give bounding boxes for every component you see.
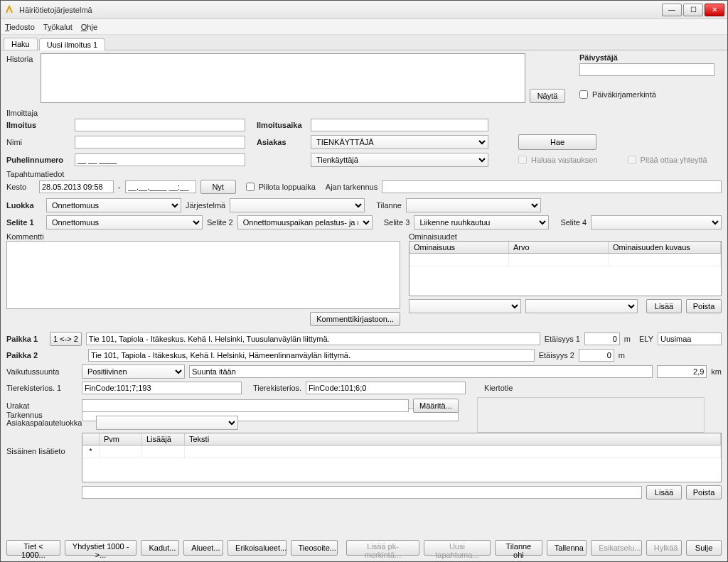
yhdystiet-button[interactable]: Yhdystiet 1000 ->... <box>65 540 137 556</box>
paikka2-input[interactable] <box>88 349 535 362</box>
etaisyys2-label: Etäisyys 2 <box>539 351 574 360</box>
tilanne-label: Tilanne <box>376 201 402 210</box>
ilmoitusaika-input[interactable] <box>311 119 488 131</box>
vaikutussuunta-select[interactable]: Positiivinen <box>82 364 185 379</box>
dist-input[interactable] <box>657 365 707 378</box>
piilota-checkbox[interactable] <box>246 183 255 191</box>
nyt-button[interactable]: Nyt <box>200 180 236 194</box>
apl-label: Asiakaspalauteluokka <box>6 418 92 427</box>
tieosoite-button[interactable]: Tieosoite... <box>291 540 338 556</box>
jarjestelma-select[interactable] <box>230 198 365 212</box>
selite3-label: Selite 3 <box>384 218 410 227</box>
uusi-tapahtuma-button: Uusi tapahtuma... <box>424 540 491 556</box>
kuvaus-col: Ominaisuuden kuvaus <box>609 242 721 253</box>
paikka1-input[interactable] <box>86 333 540 345</box>
luokka-label: Luokka <box>6 201 42 210</box>
swap-paikka-button[interactable]: 1 <-> 2 <box>50 332 82 346</box>
menu-tiedosto[interactable]: Tiedosto <box>5 23 35 31</box>
jarjestelma-label: Järjestelmä <box>186 201 225 210</box>
suunta-input[interactable] <box>189 365 653 378</box>
nayta-button[interactable]: Näytä <box>530 89 565 103</box>
ominaisuus-lisaa-button[interactable]: Lisää <box>646 299 682 313</box>
luokka-select[interactable]: Onnettomuus <box>46 198 181 212</box>
selite3-select[interactable]: Liikenne ruuhkautuu <box>414 215 549 229</box>
etaisyys2-input[interactable] <box>579 349 614 362</box>
etaisyys1-label: Etäisyys 1 <box>545 335 580 343</box>
ely-label: ELY <box>639 335 653 343</box>
urakat-input[interactable] <box>82 399 409 412</box>
piilota-label: Piilota loppuaika <box>259 183 316 191</box>
selite1-select[interactable]: Onnettomuus <box>46 215 203 229</box>
content-area: Historia Näytä Päivystäjä Päiväkirjamerk… <box>1 50 727 561</box>
tab-uusi-ilmoitus[interactable]: Uusi ilmoitus 1 <box>39 38 106 50</box>
selite4-select[interactable] <box>591 215 722 229</box>
sulje-button[interactable]: Sulje <box>686 540 722 556</box>
tiere2-input[interactable] <box>306 382 466 394</box>
paikka1-label: Paikka 1 <box>6 335 46 343</box>
selite2-select[interactable]: Onnettomuuspaikan pelastus- ja raivaust <box>237 215 373 229</box>
menu-ohje[interactable]: Ohje <box>81 23 97 31</box>
historia-textarea[interactable] <box>41 53 525 103</box>
paivystaja-label: Päivystäjä <box>579 53 722 62</box>
app-window: Häiriötietojärjestelmä — ☐ ✕ Tiedosto Ty… <box>0 0 728 562</box>
ilmoitus-input[interactable] <box>75 119 245 131</box>
footer-toolbar: Tiet < 1000... Yhdystiet 1000 ->... Kadu… <box>6 540 722 556</box>
paivystaja-input[interactable] <box>579 63 714 76</box>
kesto-from-input[interactable] <box>39 180 114 193</box>
apl-select[interactable] <box>96 416 238 430</box>
paikka2-label: Paikka 2 <box>6 351 46 360</box>
kommenttikirjastoon-button[interactable]: Kommenttikirjastoon... <box>310 312 400 326</box>
ominaisuus-select[interactable] <box>409 299 521 313</box>
ominaisuudet-grid[interactable]: Ominaisuus Arvo Ominaisuuden kuvaus <box>409 241 722 296</box>
hae-button[interactable]: Hae <box>518 134 596 150</box>
kesto-to-input[interactable] <box>125 180 196 193</box>
tab-haku[interactable]: Haku <box>4 38 38 50</box>
sisainen-poista-button[interactable]: Poista <box>686 485 722 499</box>
arvo-select[interactable] <box>525 299 638 313</box>
m1-label: m <box>624 335 631 343</box>
etaisyys1-input[interactable] <box>584 333 620 345</box>
pitaa-ottaa-label: Pitää ottaa yhteyttä <box>641 156 707 164</box>
alueet-button[interactable]: Alueet... <box>183 540 223 556</box>
erikoisalueet-button[interactable]: Erikoisalueet... <box>228 540 286 556</box>
urakat-label: Urakat <box>6 401 77 410</box>
asiakas-select[interactable]: TIENKÄYTTÄJÄ <box>311 135 488 149</box>
kommentti-textarea[interactable] <box>6 241 400 309</box>
m2-label: m <box>619 351 625 360</box>
tapahtumatiedot-header: Tapahtumatiedot <box>6 170 722 178</box>
ominaisuus-col: Ominaisuus <box>410 242 509 253</box>
close-button[interactable]: ✕ <box>705 4 724 16</box>
tiet-button[interactable]: Tiet < 1000... <box>6 540 60 556</box>
tilanne-select[interactable] <box>406 198 541 212</box>
kiertotie-label: Kiertotie <box>484 384 513 392</box>
app-icon <box>4 4 15 16</box>
kadut-button[interactable]: Kadut... <box>141 540 179 556</box>
tiere1-input[interactable] <box>82 382 242 394</box>
ely-input[interactable] <box>658 333 722 345</box>
ominaisuus-poista-button[interactable]: Poista <box>686 299 722 313</box>
kiertotie-textarea[interactable] <box>477 397 705 433</box>
puhelin-input[interactable] <box>75 153 245 166</box>
haluaa-vastauksen-label: Haluaa vastauksen <box>531 156 598 164</box>
sisainen-text-input[interactable] <box>82 486 642 499</box>
haluaa-vastauksen-checkbox <box>518 156 527 164</box>
asiakas-label: Asiakas <box>257 138 306 146</box>
paivakirjamerkinta-checkbox[interactable] <box>579 90 588 99</box>
kommentti-label: Kommentti <box>6 232 400 241</box>
sisainen-lisaa-button[interactable]: Lisää <box>646 485 682 499</box>
maarita-button[interactable]: Määritä... <box>413 399 459 413</box>
minimize-button[interactable]: — <box>662 4 682 16</box>
maximize-button[interactable]: ☐ <box>683 4 703 16</box>
sisainen-grid[interactable]: Pvm Lisääjä Teksti * <box>82 433 722 482</box>
selite2-label: Selite 2 <box>207 218 233 227</box>
nimi-input[interactable] <box>75 136 245 148</box>
asiakas-sub-select[interactable]: Tienkäyttäjä <box>311 153 488 167</box>
esikatselu-button: Esikatselu... <box>591 540 642 556</box>
menubar: Tiedosto Työkalut Ohje <box>1 19 727 35</box>
ominaisuudet-label: Ominaisuudet <box>409 232 722 241</box>
tallenna-button[interactable]: Tallenna <box>547 540 587 556</box>
tilanne-ohi-button[interactable]: Tilanne ohi <box>495 540 542 556</box>
menu-tyokalut[interactable]: Työkalut <box>43 23 73 31</box>
ajan-tarkennus-input[interactable] <box>382 180 722 193</box>
kesto-sep: - <box>118 183 121 191</box>
